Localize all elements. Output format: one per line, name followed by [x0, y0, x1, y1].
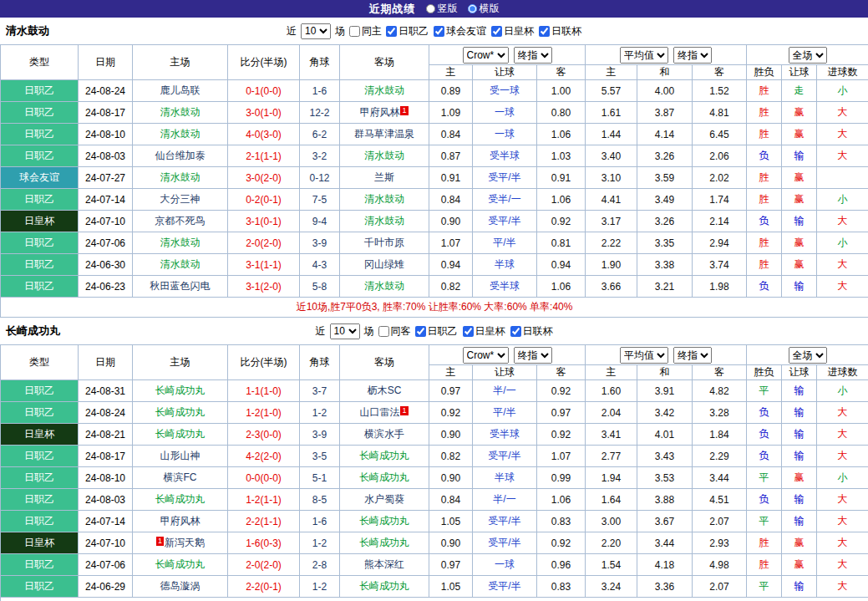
asian-handicap: 受半球	[473, 424, 537, 446]
result-handicap: 赢	[782, 532, 817, 554]
league-filter-checkbox[interactable]: 日职乙	[386, 24, 429, 38]
halftime-score: 0-2(0-1)	[228, 189, 300, 211]
euro-stage-select[interactable]: 终指	[673, 47, 712, 64]
league-filter-checkbox[interactable]: 日联杯	[510, 324, 553, 339]
vertical-layout-radio[interactable]	[426, 4, 435, 13]
asian-away-odds: 0.80	[537, 102, 586, 124]
match-row: 日职乙24-07-06长崎成功丸2-0(2-0)2-8熊本深红0.97一球0.9…	[1, 554, 868, 576]
layout-option-horizontal[interactable]: 横版	[468, 2, 500, 16]
horizontal-layout-radio[interactable]	[468, 4, 477, 13]
result-goals: 大	[817, 576, 868, 598]
layout-option-vertical[interactable]: 竖版	[426, 2, 458, 16]
asian-stage-select[interactable]: 终指	[514, 347, 552, 364]
league-filter-checkbox[interactable]: 日皇杯	[463, 324, 505, 339]
asian-handicap: 受平/半	[473, 576, 537, 598]
corner-score: 6-2	[300, 124, 340, 145]
asian-handicap: 半/一	[473, 489, 537, 511]
home-team-cell: 清水鼓动	[133, 124, 228, 145]
euro-draw-odds: 3.88	[637, 489, 693, 511]
corner-score: 3-2	[300, 145, 340, 167]
league-type: 日皇杯	[1, 532, 79, 554]
result-handicap: 赢	[782, 554, 817, 576]
away-team-cell: 清水鼓动	[340, 189, 429, 211]
result-handicap: 输	[782, 402, 817, 424]
euro-stage-select[interactable]: 终指	[673, 347, 712, 364]
match-row: 日职乙24-08-24长崎成功丸1-2(1-0)1-2山口雷法10.92平/半0…	[1, 402, 868, 424]
asian-handicap: 一球	[473, 102, 537, 124]
asian-stage-select[interactable]: 终指	[514, 47, 552, 64]
asian-handicap: 半球	[473, 254, 537, 276]
team-section-nagasaki: 长崎成功丸 近 10 场 同客 日职乙日皇杯日联杯 类型 日期 主场	[0, 318, 868, 601]
league-checkbox-input[interactable]	[539, 26, 550, 37]
team-name: 清水鼓动	[160, 171, 201, 183]
same-venue-checkbox[interactable]	[378, 326, 389, 337]
match-row: 日皇杯24-07-101新泻天鹅1-6(0-3)1-2长崎成功丸0.90受平/半…	[1, 532, 868, 554]
euro-average-select[interactable]: 平均值	[620, 47, 668, 64]
recent-count-select[interactable]: 10	[301, 23, 331, 39]
asian-handicap: 半球	[473, 467, 537, 489]
result-outcome: 负	[747, 276, 782, 298]
euro-away-odds: 2.06	[693, 145, 747, 167]
asian-home-odds: 0.89	[429, 80, 473, 102]
result-goals: 小	[817, 80, 868, 102]
euro-draw-odds: 3.44	[637, 532, 693, 554]
col-result-outcome: 胜负	[747, 365, 782, 380]
asian-away-odds: 0.92	[537, 424, 586, 446]
home-team-cell: 清水鼓动	[133, 254, 228, 276]
result-outcome: 负	[747, 145, 782, 167]
home-team-cell: 山形山神	[133, 446, 228, 467]
corner-score: 9-4	[300, 211, 340, 232]
table-header-row-groups: 类型 日期 主场 比分(半场) 角球 客场 Crow* 终指 平均值 终指	[1, 345, 868, 365]
league-filter-checkbox[interactable]: 日皇杯	[491, 24, 534, 38]
league-filter-checkbox[interactable]: 日联杯	[539, 24, 581, 38]
full-match-select[interactable]: 全场	[789, 347, 827, 364]
league-checkbox-input[interactable]	[415, 326, 426, 337]
home-team-cell: 德岛漩涡	[133, 576, 228, 598]
recent-count-select[interactable]: 10	[330, 323, 360, 339]
team-name: 山形山神	[160, 450, 201, 461]
away-team-cell: 清水鼓动	[340, 80, 429, 102]
odds-company-select[interactable]: Crow*	[463, 347, 509, 364]
result-handicap: 输	[782, 380, 817, 402]
away-team-cell: 长崎成功丸	[340, 532, 429, 554]
league-filter-checkbox[interactable]: 日职乙	[415, 324, 458, 339]
euro-home-odds: 2.22	[586, 232, 637, 254]
same-venue-filter[interactable]: 同主	[349, 24, 382, 38]
league-checkbox-input[interactable]	[463, 326, 474, 337]
odds-company-select[interactable]: Crow*	[463, 47, 509, 64]
same-venue-filter[interactable]: 同客	[378, 324, 411, 339]
euro-away-odds: 3.44	[693, 467, 747, 489]
horizontal-layout-label: 横版	[480, 2, 500, 16]
col-type: 类型	[1, 345, 79, 380]
league-filter-checkbox[interactable]: 球会友谊	[434, 24, 486, 38]
euro-home-odds: 1.94	[586, 467, 637, 489]
match-row: 日职乙24-07-06清水鼓动2-0(2-0)3-9千叶市原1.07平/半0.8…	[1, 232, 868, 254]
league-checkbox-label: 球会友谊	[446, 24, 486, 38]
league-checkbox-input[interactable]	[434, 26, 444, 37]
full-match-select[interactable]: 全场	[789, 47, 827, 64]
league-checkbox-input[interactable]	[386, 26, 397, 37]
team-name: 清水鼓动	[160, 128, 201, 140]
league-type: 日职乙	[1, 467, 79, 489]
league-checkbox-input[interactable]	[510, 326, 521, 337]
asian-handicap: 平/半	[473, 232, 537, 254]
euro-away-odds: 1.84	[693, 424, 747, 446]
asian-home-odds: 1.05	[429, 511, 473, 532]
result-handicap: 赢	[782, 167, 817, 189]
halftime-score: 2-2(0-1)	[228, 576, 300, 598]
same-venue-checkbox[interactable]	[349, 26, 360, 37]
away-team-cell: 甲府风林1	[340, 102, 429, 124]
asian-home-odds: 0.87	[429, 145, 473, 167]
team-name: 长崎成功丸	[359, 471, 409, 483]
col-home: 主场	[133, 45, 228, 80]
table-header-row-groups: 类型 日期 主场 比分(半场) 角球 客场 Crow* 终指 平均值 终指	[1, 45, 868, 65]
asian-away-odds: 1.03	[537, 145, 586, 167]
league-checkbox-input[interactable]	[491, 26, 502, 37]
halftime-score: 1-2(1-0)	[228, 402, 300, 424]
games-label: 场	[364, 324, 374, 339]
euro-average-select[interactable]: 平均值	[620, 347, 668, 364]
asian-away-odds: 0.81	[537, 232, 586, 254]
team-name: 甲府风林	[160, 515, 201, 527]
asian-handicap: 一球	[473, 124, 537, 145]
col-type: 类型	[1, 45, 79, 80]
